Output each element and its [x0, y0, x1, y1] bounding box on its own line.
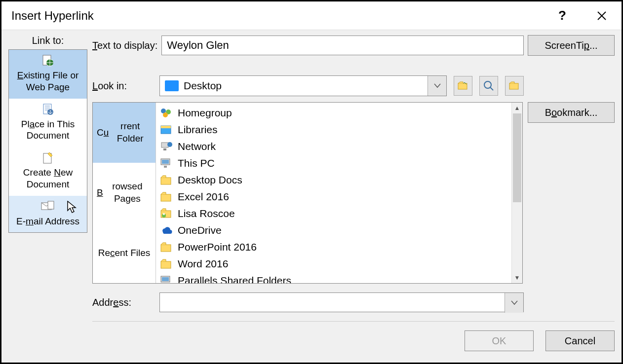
tab-current-folder[interactable]: Current Folder — [93, 103, 156, 163]
svg-rect-29 — [162, 277, 169, 281]
file-name: OneDrive — [178, 224, 222, 236]
close-button[interactable] — [592, 6, 612, 26]
scroll-thumb[interactable] — [513, 113, 521, 202]
look-in-combo[interactable]: Desktop — [159, 75, 447, 96]
main-panel: Text to display: ScreenTip... Look in: D… — [92, 35, 615, 356]
tab-recent-files[interactable]: Recent Files — [93, 223, 156, 283]
onedrive-icon — [160, 224, 173, 236]
doc-place-icon — [41, 103, 55, 116]
folder-open-icon — [509, 81, 520, 90]
doc-new-icon — [41, 151, 55, 165]
svg-point-17 — [167, 142, 172, 147]
text-to-display-input[interactable] — [161, 36, 524, 55]
look-in-label: Look in: — [92, 80, 156, 92]
list-item[interactable]: OneDrive — [156, 222, 522, 239]
pc-icon — [160, 157, 173, 169]
list-item[interactable]: Homegroup — [156, 105, 522, 121]
link-to-panel: Link to: Existing File or Web Page Place… — [8, 35, 87, 356]
dialog-title: Insert Hyperlink — [11, 9, 552, 23]
list-item[interactable]: Libraries — [156, 121, 522, 138]
list-item[interactable]: Lisa Roscoe — [156, 205, 522, 222]
file-name: PowerPoint 2016 — [178, 241, 257, 253]
file-name: This PC — [178, 157, 215, 169]
svg-rect-26 — [161, 245, 171, 252]
file-name: Homegroup — [178, 107, 232, 119]
link-to-list: Existing File or Web Page Place in This … — [8, 49, 87, 233]
list-item[interactable]: This PC — [156, 155, 522, 172]
svg-rect-16 — [163, 148, 166, 150]
address-input[interactable] — [160, 293, 505, 312]
list-item[interactable]: Desktop Docs — [156, 172, 522, 188]
svg-rect-6 — [48, 201, 54, 209]
look-in-value: Desktop — [184, 80, 428, 92]
link-to-item-label: E-mail Address — [11, 216, 85, 227]
file-list[interactable]: HomegroupLibrariesNetworkThis PCDesktop … — [156, 103, 522, 283]
browse-tabs: Current Folder Browsed Pages Recent File… — [93, 103, 156, 283]
cursor-icon — [67, 201, 78, 215]
file-name: Lisa Roscoe — [178, 208, 235, 219]
scroll-up-icon[interactable]: ▲ — [512, 103, 522, 113]
tab-browsed-pages[interactable]: Browsed Pages — [93, 163, 156, 223]
folder-up-icon — [458, 81, 468, 90]
chevron-down-icon[interactable] — [505, 293, 523, 313]
list-item[interactable]: Parallels Shared Folders — [156, 272, 522, 283]
link-to-item-label: Existing File or Web Page — [11, 70, 85, 93]
file-name: Excel 2016 — [178, 191, 229, 203]
svg-point-12 — [163, 112, 168, 117]
address-combo[interactable] — [159, 292, 524, 312]
file-name: Parallels Shared Folders — [178, 275, 291, 283]
link-to-existing-file[interactable]: Existing File or Web Page — [9, 50, 87, 99]
browse-web-button[interactable] — [479, 76, 498, 96]
cancel-button[interactable]: Cancel — [545, 330, 615, 351]
list-item[interactable]: Excel 2016 — [156, 188, 522, 205]
folder-icon — [160, 191, 173, 203]
svg-rect-14 — [161, 126, 171, 128]
file-name: Word 2016 — [178, 258, 228, 270]
web-search-icon — [483, 80, 494, 91]
svg-rect-7 — [458, 83, 467, 89]
email-icon — [41, 200, 55, 214]
file-name: Libraries — [178, 124, 218, 136]
list-item[interactable]: Network — [156, 138, 522, 155]
scroll-down-icon[interactable]: ▼ — [512, 272, 522, 283]
svg-point-25 — [163, 213, 165, 215]
svg-rect-21 — [161, 178, 171, 184]
scrollbar[interactable]: ▲ ▼ — [511, 103, 522, 283]
file-name: Desktop Docs — [178, 174, 242, 186]
homegroup-icon — [160, 107, 173, 119]
network-icon — [160, 141, 173, 152]
list-item[interactable]: Word 2016 — [156, 255, 522, 272]
svg-rect-9 — [509, 83, 518, 89]
folder-icon — [160, 174, 173, 186]
browse-area: Current Folder Browsed Pages Recent File… — [92, 102, 523, 284]
text-to-display-label: Text to display: — [92, 40, 157, 51]
ok-button[interactable]: OK — [465, 330, 534, 351]
svg-point-8 — [484, 81, 491, 88]
link-to-item-label: Create New Document — [11, 167, 85, 190]
svg-rect-19 — [162, 160, 169, 164]
list-item[interactable]: PowerPoint 2016 — [156, 239, 522, 255]
help-button[interactable]: ? — [552, 6, 572, 26]
address-label: Address: — [92, 297, 156, 308]
svg-rect-27 — [161, 261, 171, 268]
close-icon — [597, 11, 607, 21]
up-folder-button[interactable] — [454, 76, 472, 96]
folder-icon — [160, 241, 173, 253]
folder-icon — [160, 258, 173, 270]
svg-rect-15 — [161, 143, 168, 147]
link-to-create-new[interactable]: Create New Document — [9, 147, 87, 196]
titlebar: Insert Hyperlink ? — [1, 1, 622, 30]
link-to-place-in-doc[interactable]: Place in This Document — [9, 99, 87, 147]
pc-icon — [160, 275, 173, 283]
browse-file-button[interactable] — [505, 76, 524, 96]
user-folder-icon — [160, 208, 173, 219]
chevron-down-icon[interactable] — [428, 76, 446, 96]
link-to-label: Link to: — [32, 35, 64, 46]
svg-rect-20 — [164, 166, 167, 168]
bookmark-button[interactable]: Bookmark... — [528, 102, 615, 123]
screentip-button[interactable]: ScreenTip... — [528, 35, 615, 56]
link-to-email[interactable]: E-mail Address — [9, 196, 87, 233]
file-web-icon — [41, 54, 55, 68]
libraries-icon — [160, 124, 173, 136]
divider — [92, 321, 615, 322]
